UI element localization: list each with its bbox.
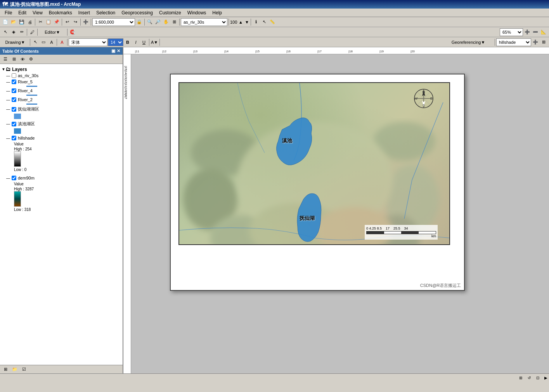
statusbar-btn2[interactable]: ↺	[526, 375, 533, 382]
layer-name-river5: River_5	[18, 79, 33, 84]
sketch-btn[interactable]: ✏	[18, 28, 26, 36]
edit-tool-btn[interactable]: 🖊	[28, 28, 36, 36]
toc-item-fuxian[interactable]: — 抚仙湖湖区	[0, 105, 123, 113]
toc-checkbox-river5[interactable]	[12, 79, 16, 84]
menu-geoprocessing[interactable]: Geoprocessing	[118, 9, 156, 16]
measure-btn[interactable]: 📏	[268, 18, 276, 26]
bold-btn[interactable]: B	[124, 38, 132, 46]
toc-checkbox-dem90m[interactable]	[12, 176, 16, 180]
scale-dropdown[interactable]: 1:600,000	[92, 18, 135, 26]
zoom-in-layout-btn[interactable]: ➕	[523, 28, 531, 36]
toc-bottom-selection-btn[interactable]: ☑	[20, 366, 28, 373]
layer-name-dianchi: 滇池湖区	[18, 121, 35, 127]
toc-item-river4[interactable]: — River_4	[0, 88, 123, 94]
text-color-picker[interactable]: A▼	[151, 38, 158, 46]
georef-layer-dropdown[interactable]: hillshade	[496, 38, 531, 46]
undo-btn[interactable]: ↩	[63, 18, 71, 26]
toc-content: ▼ 🗂 Layers — as_riv_30s — River_5	[0, 64, 123, 365]
editor-dropdown-btn[interactable]: Editor▼	[39, 28, 66, 36]
statusbar-btn1[interactable]: ⊞	[517, 375, 524, 382]
toc-options-btn[interactable]: ⚙	[27, 55, 35, 63]
menu-edit[interactable]: Edit	[15, 9, 29, 16]
menu-insert[interactable]: Insert	[75, 9, 93, 16]
toc-bottom-source-btn[interactable]: 📁	[11, 366, 19, 373]
underline-btn[interactable]: U	[140, 38, 148, 46]
select-btn[interactable]: ↖	[260, 18, 268, 26]
ruler-mark-19: |19	[379, 50, 384, 53]
ruler-mark-11: |11	[135, 50, 139, 53]
open-btn[interactable]: 📂	[10, 18, 17, 26]
statusbar-scroll-right[interactable]: ▶	[544, 376, 547, 380]
ruler-mark-12: |12	[162, 50, 166, 53]
arrow-tool-btn[interactable]: ↖	[31, 38, 39, 46]
zoom-in-btn[interactable]: 🔍	[146, 18, 154, 26]
layers-group-header[interactable]: ▼ 🗂 Layers	[0, 66, 123, 73]
toc-checkbox-dianchi[interactable]	[12, 122, 16, 126]
menu-windows[interactable]: Windows	[184, 9, 210, 16]
toc-item-hillshade[interactable]: — hillshade	[0, 135, 123, 141]
menu-view[interactable]: View	[29, 9, 46, 16]
toc-item-river2[interactable]: — River_2	[0, 97, 123, 103]
zoom-out-btn[interactable]: 🔎	[154, 18, 162, 26]
font-size-dropdown[interactable]: 14	[108, 38, 123, 46]
toc-checkbox-river2[interactable]	[12, 97, 16, 102]
toc-checkbox-river4[interactable]	[12, 88, 16, 93]
menu-selection[interactable]: Selection	[93, 9, 118, 16]
layer-select[interactable]: as_riv_30s	[181, 18, 227, 26]
edit-select-btn[interactable]: ↖	[2, 28, 9, 36]
redo-btn[interactable]: ↪	[71, 18, 79, 26]
save-btn[interactable]: 💾	[18, 18, 26, 26]
add-data-btn[interactable]: ➕	[82, 18, 90, 26]
zoom-pct-up[interactable]: ▲	[238, 18, 243, 26]
zoom-pct-down[interactable]: ▼	[244, 18, 249, 26]
pan-btn[interactable]: ✋	[162, 18, 170, 26]
toc-checkbox-fuxian[interactable]	[12, 107, 16, 112]
snap-btn[interactable]: 🧲	[69, 28, 76, 36]
page-size-btn[interactable]: 📐	[540, 28, 547, 36]
font-color-btn[interactable]: A	[58, 38, 66, 46]
italic-btn[interactable]: I	[132, 38, 140, 46]
menu-help[interactable]: Help	[209, 9, 225, 16]
toc-item-dem90m[interactable]: — dem90m	[0, 175, 123, 181]
toc-list-btn[interactable]: ☰	[2, 55, 9, 63]
map-area[interactable]: |11 |12 |13 |14 |15 |16 |17 |18 |19 |20 …	[123, 47, 549, 373]
toc-item-as-riv-30s[interactable]: — as_riv_30s	[0, 73, 123, 79]
georef-fit-btn[interactable]: ⊞	[540, 38, 547, 46]
identify-btn[interactable]: ℹ	[252, 18, 260, 26]
edit-vertex-btn[interactable]: ◈	[10, 28, 17, 36]
georef-dropdown-btn[interactable]: Georeferencing▼	[443, 38, 494, 47]
ruler-left: |15|14|13|12|11|10|9|8|7	[123, 54, 131, 373]
print-btn[interactable]: 🖨	[26, 18, 34, 26]
toc-dock-btn[interactable]: ▣	[111, 48, 115, 54]
georef-add-btn[interactable]: ➕	[532, 38, 539, 46]
map-canvas[interactable]: 滇池 抚仙湖	[131, 54, 549, 373]
font-name-dropdown[interactable]: 宋体	[69, 38, 107, 46]
new-btn[interactable]: 📄	[2, 18, 9, 26]
copy-btn[interactable]: 📋	[45, 18, 52, 26]
menu-customize[interactable]: Customize	[156, 9, 184, 16]
text-tool-btn[interactable]: A	[48, 38, 55, 46]
full-extent-btn[interactable]: ⊞	[170, 18, 178, 26]
drawing-dropdown-btn[interactable]: Drawing▼	[2, 38, 29, 47]
menu-file[interactable]: File	[2, 9, 15, 16]
menu-bookmarks[interactable]: Bookmarks	[46, 9, 75, 16]
toc-checkbox-as-riv-30s[interactable]	[12, 73, 16, 78]
toc-eye-btn[interactable]: 👁	[19, 55, 26, 63]
toc-bottom-display-btn[interactable]: ⊞	[2, 366, 9, 373]
fuxian-rect-symbol	[14, 114, 21, 119]
toc-item-river5[interactable]: — River_5	[0, 79, 123, 85]
statusbar-btn3[interactable]: ⊡	[534, 375, 541, 382]
zoom-out-layout-btn[interactable]: ➖	[532, 28, 539, 36]
river4-symbol	[0, 95, 123, 96]
toc-checkbox-hillshade[interactable]	[12, 136, 16, 140]
paste-btn[interactable]: 📌	[53, 18, 61, 26]
zoom-pct-dropdown[interactable]: 65%	[500, 28, 523, 36]
svg-text:W: W	[414, 97, 418, 100]
toc-close-btn[interactable]: ✕	[117, 48, 120, 54]
zoom-lock-btn[interactable]: 🔒	[135, 18, 143, 26]
cut-btn[interactable]: ✂	[36, 18, 44, 26]
ruler-mark-15: |15	[255, 50, 260, 53]
toc-sort-btn[interactable]: ⊞	[10, 55, 18, 63]
draw-rect-btn[interactable]: ▭	[40, 38, 47, 46]
toc-item-dianchi[interactable]: — 滇池湖区	[0, 120, 123, 128]
